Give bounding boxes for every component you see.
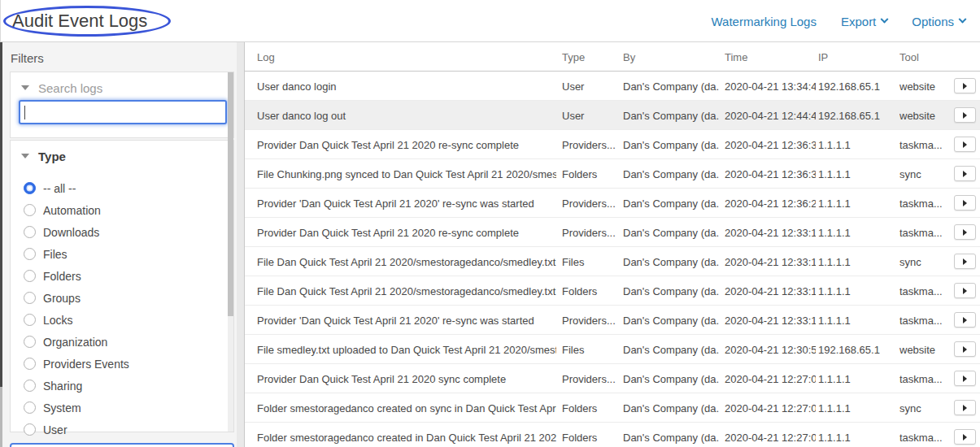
play-triangle-icon: [963, 258, 967, 265]
row-expand-button[interactable]: [954, 371, 976, 386]
table-row[interactable]: User danco log outUserDan's Company (da.…: [245, 101, 980, 130]
sidebar-scrollbar-thumb[interactable]: [228, 72, 233, 316]
play-triangle-icon: [963, 229, 967, 236]
play-triangle-icon: [963, 141, 967, 148]
table-row[interactable]: Provider Dan Quick Test April 21 2020 re…: [245, 130, 980, 159]
sidebar-scrollbar[interactable]: [228, 72, 233, 432]
cell-log: File Dan Quick Test April 21 2020/smesto…: [257, 256, 556, 268]
type-option-all[interactable]: -- all --: [11, 177, 233, 199]
export-label: Export: [841, 15, 876, 28]
cell-log: User danco log out: [257, 110, 556, 122]
type-option-folders[interactable]: Folders: [11, 265, 233, 287]
cell-log: File smedley.txt uploaded to Dan Quick T…: [257, 344, 556, 356]
options-menu-button[interactable]: Options: [912, 15, 965, 28]
cell-by: Dan's Company (da...: [623, 402, 719, 414]
table-row[interactable]: Folder smestoragedanco created on sync i…: [245, 393, 980, 423]
table-row[interactable]: File Chunking.png synced to Dan Quick Te…: [245, 159, 980, 189]
play-triangle-icon: [963, 317, 967, 323]
type-label: Type: [38, 150, 66, 163]
cell-type: Files: [562, 344, 619, 356]
row-expand-button[interactable]: [954, 195, 976, 210]
cell-log: Provider 'Dan Quick Test April 21 2020' …: [257, 315, 556, 327]
cell-ip: 1.1.1.1: [818, 402, 893, 414]
cell-log: Folder smestoragedanco created in Dan Qu…: [257, 432, 556, 444]
type-option-locks[interactable]: Locks: [11, 309, 233, 331]
row-expand-button[interactable]: [954, 341, 976, 357]
search-logs-input[interactable]: [19, 100, 227, 124]
cell-time: 2020-04-21 12:36:32: [725, 139, 816, 151]
type-option-user[interactable]: User: [11, 419, 233, 440]
cell-tool: taskma...: [899, 373, 950, 385]
row-expand-button[interactable]: [954, 283, 976, 298]
cell-tool: website: [899, 80, 950, 93]
table-header-row: Log Type By Time IP Tool: [245, 42, 980, 72]
cell-log: Provider Dan Quick Test April 21 2020 sy…: [257, 373, 556, 385]
table-row[interactable]: Provider Dan Quick Test April 21 2020 re…: [245, 218, 980, 247]
type-option-organization[interactable]: Organization: [11, 331, 233, 353]
cell-time: 2020-04-21 12:27:06: [725, 402, 816, 414]
row-expand-button[interactable]: [954, 137, 976, 152]
type-option-providers-events[interactable]: Providers Events: [11, 353, 233, 375]
row-expand-button[interactable]: [954, 166, 976, 181]
cell-time: 2020-04-21 12:27:06: [725, 432, 816, 444]
play-triangle-icon: [963, 288, 967, 294]
radio-icon: [24, 292, 36, 304]
cell-by: Dan's Company (da...: [623, 373, 719, 385]
play-triangle-icon: [963, 112, 967, 119]
column-header-time: Time: [725, 51, 747, 63]
table-row[interactable]: File Dan Quick Test April 21 2020/smesto…: [245, 247, 980, 276]
cell-tool: website: [899, 344, 950, 356]
row-expand-button[interactable]: [954, 429, 976, 445]
table-row[interactable]: User danco loginUserDan's Company (da...…: [245, 72, 980, 101]
export-menu-button[interactable]: Export: [841, 15, 887, 28]
table-row[interactable]: Provider Dan Quick Test April 21 2020 sy…: [245, 364, 980, 393]
type-option-label: Automation: [43, 204, 101, 217]
cell-type: Providers...: [562, 197, 619, 210]
watermarking-logs-link[interactable]: Watermarking Logs: [711, 15, 817, 28]
play-triangle-icon: [963, 434, 967, 440]
row-expand-button[interactable]: [954, 400, 976, 415]
type-option-files[interactable]: Files: [11, 243, 233, 265]
search-logs-section-toggle[interactable]: Search logs: [21, 80, 102, 95]
filters-sidebar: Filters Search logs Type -- all --Automa…: [2, 42, 237, 447]
type-option-label: User: [43, 423, 68, 436]
type-section-toggle[interactable]: Type: [21, 149, 66, 163]
next-filter-section-partial[interactable]: [10, 443, 234, 447]
search-logs-label: Search logs: [38, 81, 102, 95]
table-row[interactable]: File smedley.txt uploaded to Dan Quick T…: [245, 335, 980, 364]
cell-by: Dan's Company (da...: [623, 139, 719, 151]
cell-time: 2020-04-21 12:36:28: [725, 197, 816, 210]
type-option-sharing[interactable]: Sharing: [11, 375, 233, 397]
table-row[interactable]: Folder smestoragedanco created in Dan Qu…: [245, 423, 980, 447]
type-option-automation[interactable]: Automation: [11, 199, 233, 221]
cell-by: Dan's Company (da...: [623, 285, 719, 297]
radio-icon: [24, 248, 36, 260]
cell-ip: 1.1.1.1: [818, 168, 893, 180]
table-body: User danco loginUserDan's Company (da...…: [245, 72, 980, 447]
row-expand-button[interactable]: [954, 224, 976, 240]
cell-type: Providers...: [562, 139, 619, 151]
table-row[interactable]: File Dan Quick Test April 21 2020/smesto…: [245, 276, 980, 306]
cell-tool: sync: [899, 256, 950, 268]
cell-type: Folders: [562, 168, 619, 180]
header-nav: Watermarking Logs Export Options: [711, 0, 965, 42]
cell-ip: 1.1.1.1: [818, 373, 893, 385]
cell-ip: 1.1.1.1: [818, 139, 893, 151]
type-option-groups[interactable]: Groups: [11, 287, 233, 309]
type-option-label: Folders: [43, 270, 81, 283]
type-option-label: Sharing: [43, 380, 82, 393]
cell-type: User: [562, 110, 619, 122]
cell-tool: sync: [899, 168, 950, 180]
cell-by: Dan's Company (da...: [623, 432, 719, 444]
radio-icon: [24, 182, 36, 194]
type-option-downloads[interactable]: Downloads: [11, 221, 233, 243]
row-expand-button[interactable]: [954, 78, 976, 93]
table-row[interactable]: Provider 'Dan Quick Test April 21 2020' …: [245, 189, 980, 218]
row-expand-button[interactable]: [954, 254, 976, 269]
cell-time: 2020-04-21 13:34:44: [725, 80, 816, 93]
column-header-by: By: [623, 51, 635, 63]
row-expand-button[interactable]: [954, 312, 976, 328]
table-row[interactable]: Provider 'Dan Quick Test April 21 2020' …: [245, 306, 980, 335]
row-expand-button[interactable]: [954, 107, 976, 123]
type-option-system[interactable]: System: [11, 397, 233, 419]
